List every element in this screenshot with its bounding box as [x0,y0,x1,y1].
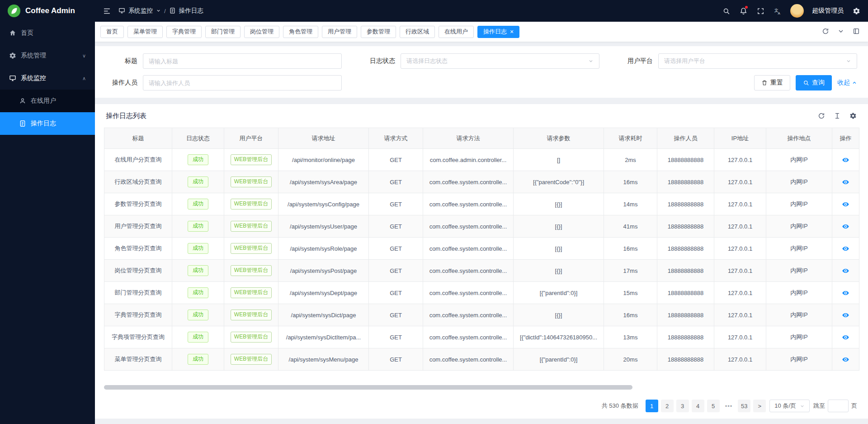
cell-function: com.coffee.system.controlle... [423,171,514,193]
app-title: Coffee Admin [25,6,75,15]
sidebar-item-operation-log[interactable]: 操作日志 [0,112,95,135]
page-button-4[interactable]: 4 [692,400,704,412]
collapse-filters-label: 收起 [837,79,850,87]
cell-url: /api/monitor/online/page [278,149,369,171]
status-filter-select[interactable]: 请选择日志状态 [401,53,599,69]
sidebar-item-label: 操作日志 [31,119,56,128]
collapse-filters-link[interactable]: 收起 [837,79,857,87]
view-detail-icon[interactable] [842,245,849,252]
horizontal-scrollbar-thumb[interactable] [104,385,632,390]
cell-platform: WEB管理后台 [224,304,278,326]
tab-close-icon[interactable]: × [510,29,514,35]
table-row: 字典项管理分页查询成功WEB管理后台/api/system/sysDictIte… [104,326,859,348]
tab-config[interactable]: 参数管理 [361,26,396,38]
search-icon[interactable] [722,6,731,15]
sidebar-item-online-users[interactable]: 在线用户 [0,90,95,112]
tab-label: 字典管理 [172,28,196,36]
tab-home[interactable]: 首页 [100,26,124,38]
view-detail-icon[interactable] [842,311,849,319]
cell-platform: WEB管理后台 [224,149,278,171]
table-density-icon[interactable] [834,112,841,120]
view-detail-icon[interactable] [842,267,849,275]
view-detail-icon[interactable] [842,200,849,208]
view-detail-icon[interactable] [842,289,849,297]
log-list-panel: 操作日志列表 标题日志状态用户平台请求地址请求方式请 [95,104,868,419]
avatar[interactable] [790,4,804,18]
view-detail-icon[interactable] [842,178,849,186]
refresh-table-icon[interactable] [818,112,826,120]
tab-role[interactable]: 角色管理 [283,26,318,38]
view-detail-icon[interactable] [842,156,849,164]
view-detail-icon[interactable] [842,356,849,363]
table-row: 参数管理分页查询成功WEB管理后台/api/system/sysConfig/p… [104,193,859,215]
fullscreen-icon[interactable] [756,6,765,15]
status-filter-placeholder: 请选择日志状态 [406,57,448,65]
cell-title: 岗位管理分页查询 [104,260,172,282]
breadcrumb-item[interactable]: 系统监控 [128,7,153,15]
cell-ip: 127.0.0.1 [714,215,766,238]
cell-platform: WEB管理后台 [224,171,278,193]
cell-title: 行政区域分页查询 [104,171,172,193]
view-detail-icon[interactable] [842,223,849,230]
page-buttons: 12345•••53> [646,400,766,412]
sidebar-item-home[interactable]: 首页 [0,22,95,44]
cell-params: [{"parentId":0}] [514,348,604,371]
notification-badge [745,6,748,9]
tab-menu[interactable]: 菜单管理 [127,26,163,38]
sidebar-collapse-icon[interactable] [102,6,111,15]
trash-icon [761,80,768,86]
page-size-select[interactable]: 10 条/页 [769,400,810,412]
tab-online[interactable]: 在线用户 [439,26,474,38]
table-row: 角色管理分页查询成功WEB管理后台/api/system/sysRole/pag… [104,238,859,260]
query-button[interactable]: 查询 [796,75,832,91]
refresh-page-icon[interactable] [822,28,830,36]
tab-label: 岗位管理 [250,28,274,36]
platform-badge: WEB管理后台 [231,287,272,298]
reset-button[interactable]: 重置 [754,75,790,91]
tabbar-actions [822,28,863,36]
settings-gear-icon[interactable] [852,6,861,15]
cell-method: GET [369,171,423,193]
tab-area[interactable]: 行政区域 [400,26,435,38]
page-button-53[interactable]: 53 [738,400,750,412]
page-button-1[interactable]: 1 [646,400,658,412]
cell-location: 内网IP [766,348,832,371]
tab-label: 操作日志 [483,28,507,36]
tab-post[interactable]: 岗位管理 [244,26,279,38]
page-button-2[interactable]: 2 [661,400,674,412]
tabs-menu-chevron-icon[interactable] [837,28,845,36]
cell-method: GET [369,260,423,282]
layout-toggle-icon[interactable] [853,28,861,36]
cell-operator: 18888888888 [657,171,714,193]
cell-params: [{}] [514,260,604,282]
document-icon [19,120,26,127]
table-row: 行政区域分页查询成功WEB管理后台/api/system/sysArea/pag… [104,171,859,193]
page-button-5[interactable]: 5 [707,400,720,412]
username[interactable]: 超级管理员 [812,7,844,15]
cell-location: 内网IP [766,326,832,348]
sidebar-item-system-monitor[interactable]: 系统监控 ∧ [0,67,95,90]
view-detail-icon[interactable] [842,333,849,341]
cell-actions [832,215,859,238]
tab-oplog[interactable]: 操作日志× [477,26,519,38]
language-translate-icon[interactable]: 文A [773,6,782,15]
status-badge: 成功 [188,199,208,210]
tab-dept[interactable]: 部门管理 [205,26,241,38]
platform-filter-select[interactable]: 请选择用户平台 [658,53,857,69]
jump-page-input[interactable] [828,400,849,412]
operator-filter-input[interactable] [143,75,342,91]
table-settings-icon[interactable] [849,112,857,120]
tab-user[interactable]: 用户管理 [322,26,357,38]
page-button-3[interactable]: 3 [676,400,689,412]
platform-badge: WEB管理后台 [231,154,272,165]
notification-bell-icon[interactable] [739,6,748,15]
tab-dict[interactable]: 字典管理 [166,26,202,38]
next-page-button[interactable]: > [753,400,766,412]
cell-operator: 18888888888 [657,282,714,304]
cell-duration: 2ms [604,149,657,171]
tab-label: 行政区域 [406,28,429,36]
sidebar-item-system-management[interactable]: 系统管理 ∨ [0,44,95,67]
title-filter-input[interactable] [143,53,342,69]
status-badge: 成功 [188,354,208,365]
cell-status: 成功 [172,149,224,171]
